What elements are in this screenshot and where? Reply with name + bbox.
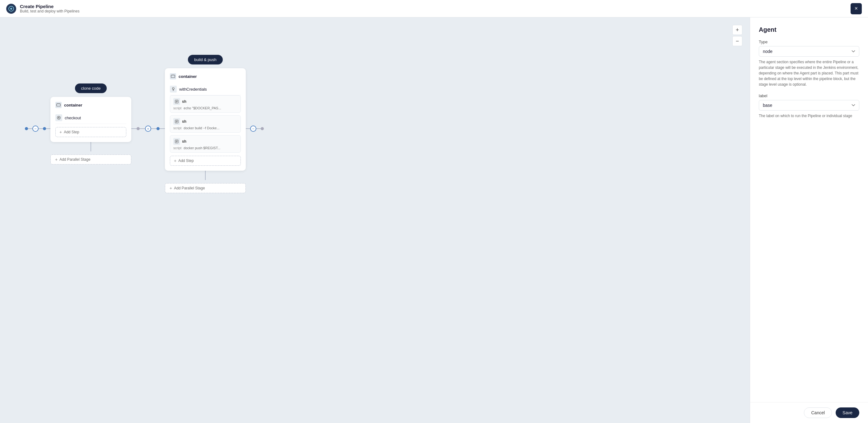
zoom-in-button[interactable]: + bbox=[732, 25, 742, 35]
step-checkout[interactable]: checkout bbox=[55, 112, 126, 124]
line-3b bbox=[256, 128, 261, 129]
type-description: The agent section specifies where the en… bbox=[759, 59, 859, 87]
page-title: Create Pipeline bbox=[20, 4, 79, 9]
header-title-group: Create Pipeline Build, test and deploy w… bbox=[20, 4, 79, 13]
panel-content: Agent Type node any none docker dockerfi… bbox=[750, 18, 868, 402]
sh-2-script-key: script bbox=[173, 126, 181, 130]
sh-icon-1 bbox=[173, 98, 180, 105]
line-2a bbox=[131, 128, 136, 129]
right-panel: Agent Type node any none docker dockerfi… bbox=[750, 18, 868, 423]
with-credentials-label: withCredentials bbox=[179, 87, 207, 91]
plus-button-mid[interactable]: + bbox=[145, 125, 151, 132]
sh-3-header: sh bbox=[173, 138, 237, 145]
stage-1-card: container checkout + Add Step bbox=[51, 97, 131, 142]
step-with-credentials[interactable]: withCredentials bbox=[170, 83, 241, 95]
connector-end: − bbox=[246, 125, 264, 132]
add-parallel-label-1: Add Parallel Stage bbox=[59, 157, 90, 162]
stage-2-container-header: container bbox=[170, 73, 241, 79]
add-step-label-1: Add Step bbox=[64, 130, 79, 134]
sh-3-script-key: script bbox=[173, 146, 181, 150]
header-left: Create Pipeline Build, test and deploy w… bbox=[6, 4, 79, 14]
stage-1-label: clone code bbox=[75, 83, 107, 93]
container-icon-2 bbox=[170, 73, 176, 79]
type-select[interactable]: node any none docker dockerfile bbox=[759, 46, 859, 57]
sh-3-script-value: docker push $REGIST... bbox=[184, 146, 220, 150]
sh-icon-3 bbox=[173, 138, 180, 145]
sh-1-script: script echo "$DOCKER_PAS... bbox=[173, 106, 237, 110]
add-parallel-button-1[interactable]: + Add Parallel Stage bbox=[51, 154, 131, 165]
sh-1-type: sh bbox=[182, 100, 186, 104]
add-step-button-1[interactable]: + Add Step bbox=[55, 127, 126, 137]
header: Create Pipeline Build, test and deploy w… bbox=[0, 0, 868, 18]
panel-title: Agent bbox=[759, 26, 859, 33]
label-label: label bbox=[759, 93, 859, 98]
sh-icon-2 bbox=[173, 118, 180, 125]
sh-2-script-value: docker build −f Docke... bbox=[184, 126, 219, 130]
stage-1-container-header: container bbox=[55, 102, 126, 108]
minus-button-2[interactable]: − bbox=[250, 125, 256, 132]
add-step-button-2[interactable]: + Add Step bbox=[170, 156, 241, 166]
stage-2-label: build & push bbox=[188, 55, 223, 64]
step-checkout-label: checkout bbox=[65, 116, 81, 120]
label-select[interactable]: base master agent-1 bbox=[759, 100, 859, 111]
line-1c bbox=[46, 128, 51, 129]
connector-start: − bbox=[25, 125, 51, 132]
logo bbox=[6, 4, 16, 14]
stage-2-card: container withCredentials bbox=[165, 68, 246, 171]
sh-1-script-key: script bbox=[173, 106, 181, 110]
line-3a bbox=[246, 128, 250, 129]
sh-block-2[interactable]: sh script docker build −f Docke... bbox=[170, 115, 241, 133]
line-2d bbox=[160, 128, 165, 129]
pipeline-flow: − clone code container bbox=[0, 18, 750, 218]
dot-1b bbox=[43, 127, 46, 130]
main-layout: + − − clone code bbox=[0, 18, 868, 423]
add-step-label-2: Add Step bbox=[178, 159, 193, 163]
label-description: The label on which to run the Pipeline o… bbox=[759, 113, 859, 119]
checkout-icon bbox=[55, 114, 62, 121]
dot-2a bbox=[136, 127, 140, 130]
add-parallel-label-2: Add Parallel Stage bbox=[174, 186, 205, 190]
dot-end bbox=[261, 127, 264, 130]
svg-point-7 bbox=[173, 87, 174, 89]
sh-2-script: script docker build −f Docke... bbox=[173, 126, 237, 130]
stage-clone-code: clone code container checkout bbox=[51, 83, 131, 165]
stage-1-container-name: container bbox=[64, 103, 83, 108]
sh-block-1[interactable]: sh script echo "$DOCKER_PAS... bbox=[170, 95, 241, 113]
svg-rect-6 bbox=[171, 75, 175, 78]
line-start bbox=[28, 128, 32, 129]
type-label: Type bbox=[759, 39, 859, 44]
save-button[interactable]: Save bbox=[836, 407, 859, 418]
svg-point-1 bbox=[10, 8, 12, 10]
connector-mid: + bbox=[131, 125, 165, 132]
page-subtitle: Build, test and deploy with Pipelines bbox=[20, 9, 79, 13]
line-1b bbox=[38, 128, 43, 129]
vert-line-2 bbox=[205, 171, 206, 180]
vert-line-1 bbox=[91, 142, 91, 151]
close-button[interactable]: × bbox=[850, 3, 862, 14]
add-parallel-button-2[interactable]: + Add Parallel Stage bbox=[165, 183, 246, 193]
line-2b bbox=[140, 128, 145, 129]
svg-point-4 bbox=[58, 117, 59, 118]
stage-build-push: build & push container withCredentials bbox=[165, 55, 246, 193]
sh-1-script-value: echo "$DOCKER_PAS... bbox=[184, 106, 221, 110]
dot-2b bbox=[156, 127, 160, 130]
sh-1-header: sh bbox=[173, 98, 237, 105]
credentials-icon bbox=[170, 86, 177, 92]
pipeline-canvas[interactable]: + − − clone code bbox=[0, 18, 750, 423]
panel-footer: Cancel Save bbox=[750, 402, 868, 423]
sh-block-3[interactable]: sh script docker push $REGIST... bbox=[170, 135, 241, 152]
sh-2-header: sh bbox=[173, 118, 237, 125]
sh-3-script: script docker push $REGIST... bbox=[173, 146, 237, 150]
minus-button-1[interactable]: − bbox=[32, 125, 38, 132]
sh-steps: sh script echo "$DOCKER_PAS... bbox=[170, 95, 241, 152]
dot-start bbox=[25, 127, 28, 130]
zoom-out-button[interactable]: − bbox=[732, 36, 742, 46]
line-2c bbox=[151, 128, 156, 129]
cancel-button[interactable]: Cancel bbox=[804, 407, 832, 418]
canvas-controls: + − bbox=[732, 25, 742, 46]
stage-2-container-name: container bbox=[179, 74, 197, 79]
sh-2-type: sh bbox=[182, 119, 186, 124]
container-icon-1 bbox=[55, 102, 62, 108]
sh-3-type: sh bbox=[182, 139, 186, 144]
svg-rect-2 bbox=[57, 104, 60, 106]
